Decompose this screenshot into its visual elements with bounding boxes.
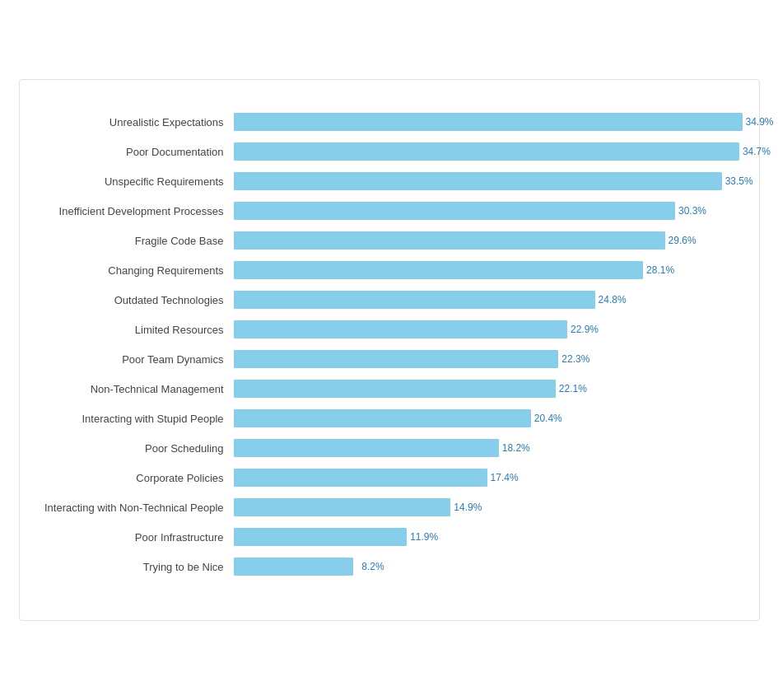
bar-row: Poor Documentation34.7% [36,142,743,161]
bar-value-label: 11.9% [410,531,438,543]
bar-label: Poor Scheduling [36,442,234,455]
bar-row: Changing Requirements28.1% [36,261,743,279]
bar-fill: 24.8% [234,291,595,309]
bar-fill: 22.9% [234,320,568,338]
bar-row: Trying to be Nice8.2% [36,558,743,576]
bar-row: Inefficient Development Processes30.3% [36,202,743,220]
bar-track: 30.3% [234,202,743,220]
bar-fill: 17.4% [234,469,487,487]
bar-row: Poor Infrastructure11.9% [36,528,743,546]
bar-label: Inefficient Development Processes [36,205,234,217]
bar-fill: 34.7% [234,142,739,161]
bar-fill: 22.3% [234,350,559,368]
bar-value-label: 30.3% [678,205,706,217]
bar-fill: 22.1% [234,380,556,398]
bar-fill: 11.9% [234,528,408,546]
bar-label: Trying to be Nice [36,561,234,573]
bar-fill: 14.9% [234,498,451,516]
bar-track: 14.9% [234,498,743,516]
bar-fill: 20.4% [234,409,531,427]
bar-fill: 33.5% [234,172,722,190]
bar-value-label: 20.4% [534,413,562,424]
bar-track: 29.6% [234,231,743,250]
bar-value-label: 24.8% [599,294,627,306]
bar-label: Poor Team Dynamics [36,353,234,366]
bar-value-label: 17.4% [491,472,519,483]
bar-row: Interacting with Stupid People20.4% [36,409,743,427]
bar-label: Poor Infrastructure [36,531,234,544]
bar-row: Unrealistic Expectations34.9% [36,113,743,131]
bar-label: Fragile Code Base [36,235,234,247]
bar-track: 22.1% [234,380,743,398]
bar-value-label: 22.3% [561,353,589,365]
bar-fill: 18.2% [234,439,499,457]
bar-fill: 8.2% [234,558,353,576]
bar-value-label: 14.9% [454,502,482,513]
bar-row: Corporate Policies17.4% [36,469,743,487]
bar-track: 33.5% [234,172,743,190]
bar-label: Limited Resources [36,324,234,336]
bar-row: Fragile Code Base29.6% [36,231,743,250]
bar-track: 22.3% [234,350,743,368]
bar-value-label: 22.1% [559,383,587,394]
bar-value-label: 18.2% [502,442,530,454]
bar-track: 22.9% [234,320,743,338]
bar-label: Outdated Technologies [36,294,234,306]
bar-label: Unspecific Requirements [36,175,234,188]
chart-container: Unrealistic Expectations34.9%Poor Docume… [19,79,760,621]
bar-row: Poor Scheduling18.2% [36,439,743,457]
bar-label: Unrealistic Expectations [36,116,234,128]
bar-track: 11.9% [234,528,743,546]
bar-value-label: 8.2% [361,561,384,572]
bar-label: Corporate Policies [36,472,234,484]
bar-row: Poor Team Dynamics22.3% [36,350,743,368]
bar-track: 8.2% [234,558,743,576]
bar-value-label: 22.9% [571,324,599,335]
bar-row: Interacting with Non-Technical People14.… [36,498,743,516]
bar-value-label: 34.9% [745,116,773,128]
bar-fill: 34.9% [234,113,743,131]
bar-value-label: 29.6% [669,235,696,246]
bar-label: Changing Requirements [36,264,234,277]
bar-row: Unspecific Requirements33.5% [36,172,743,190]
bar-value-label: 34.7% [743,146,771,157]
bar-row: Non-Technical Management22.1% [36,380,743,398]
bar-fill: 28.1% [234,261,644,279]
bar-track: 28.1% [234,261,743,279]
bar-row: Outdated Technologies24.8% [36,291,743,309]
bar-label: Interacting with Non-Technical People [36,502,234,514]
bar-track: 24.8% [234,291,743,309]
bar-label: Poor Documentation [36,146,234,158]
bar-label: Interacting with Stupid People [36,413,234,425]
bar-value-label: 28.1% [646,264,674,276]
bar-track: 34.7% [234,142,743,161]
bar-fill: 30.3% [234,202,676,220]
bar-row: Limited Resources22.9% [36,320,743,338]
bar-fill: 29.6% [234,231,665,250]
bar-track: 18.2% [234,439,743,457]
bar-value-label: 33.5% [725,175,753,187]
bar-track: 20.4% [234,409,743,427]
bar-label: Non-Technical Management [36,383,234,395]
bar-track: 17.4% [234,469,743,487]
bar-track: 34.9% [234,113,743,131]
